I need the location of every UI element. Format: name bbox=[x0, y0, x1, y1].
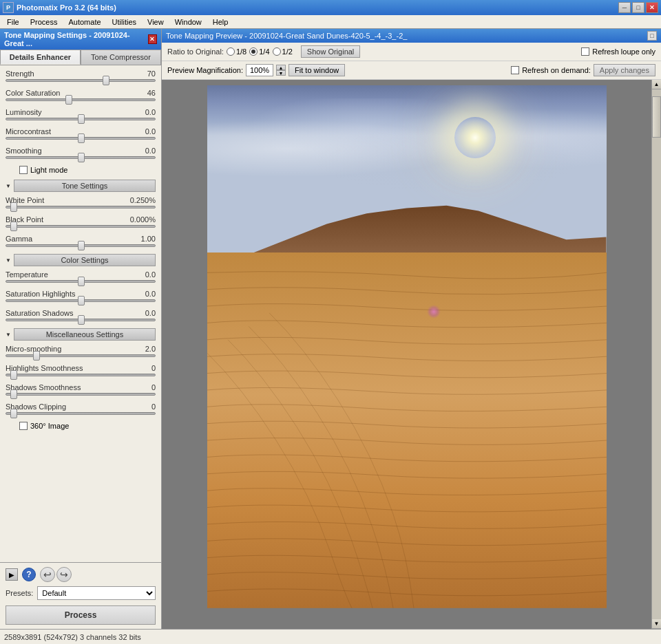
panel-close-button[interactable]: ✕ bbox=[148, 34, 157, 44]
ratio-1-2-label: 1/2 bbox=[282, 47, 293, 56]
white-point-thumb[interactable] bbox=[10, 202, 17, 212]
black-point-track[interactable] bbox=[6, 225, 156, 228]
menu-window[interactable]: Window bbox=[169, 17, 207, 28]
undo-button[interactable]: ↩ bbox=[40, 567, 55, 582]
highlights-smoothness-track[interactable] bbox=[6, 374, 156, 376]
scrollbar-down-button[interactable]: ▼ bbox=[652, 619, 661, 629]
presets-select[interactable]: Default bbox=[37, 586, 156, 600]
fit-window-button[interactable]: Fit to window bbox=[288, 64, 345, 76]
ratio-1-8-radio[interactable] bbox=[227, 47, 235, 56]
refresh-loupe-checkbox[interactable] bbox=[581, 47, 589, 56]
tone-settings-button[interactable]: Tone Settings bbox=[14, 180, 156, 192]
preview-close-button[interactable]: □ bbox=[647, 31, 657, 41]
gamma-thumb[interactable] bbox=[78, 241, 85, 250]
strength-thumb[interactable] bbox=[103, 76, 109, 85]
ratio-1-4-radio[interactable] bbox=[249, 47, 258, 56]
color-saturation-thumb[interactable] bbox=[65, 95, 72, 105]
ratio-1-8-option[interactable]: 1/8 bbox=[227, 47, 246, 56]
microcontrast-label: Microcontrast bbox=[6, 127, 51, 136]
360-image-checkbox[interactable] bbox=[19, 422, 28, 430]
color-settings-triangle[interactable]: ▼ bbox=[6, 257, 11, 264]
microcontrast-track[interactable] bbox=[6, 137, 156, 140]
microcontrast-thumb[interactable] bbox=[78, 133, 85, 143]
color-saturation-track[interactable] bbox=[6, 98, 156, 101]
scrollbar-track[interactable] bbox=[652, 89, 661, 619]
smoothing-value: 0.0 bbox=[145, 147, 156, 155]
tab-details-enhancer[interactable]: Details Enhancer bbox=[0, 50, 81, 65]
color-settings-button[interactable]: Color Settings bbox=[14, 254, 156, 266]
magnification-down-button[interactable]: ▼ bbox=[276, 70, 286, 76]
menu-bar: File Process Automate Utilities View Win… bbox=[0, 15, 661, 29]
status-bar: 2589x3891 (524x792) 3 channels 32 bits bbox=[0, 629, 661, 644]
black-point-value: 0.000% bbox=[130, 215, 156, 224]
smoothing-track[interactable] bbox=[6, 156, 156, 159]
tab-tone-compressor[interactable]: Tone Compressor bbox=[81, 50, 161, 65]
process-button[interactable]: Process bbox=[6, 605, 156, 625]
color-saturation-label: Color Saturation bbox=[6, 89, 61, 97]
shadows-smoothness-track[interactable] bbox=[6, 393, 156, 396]
ratio-1-2-option[interactable]: 1/2 bbox=[273, 47, 293, 56]
maximize-button[interactable]: □ bbox=[632, 2, 644, 13]
gamma-track[interactable] bbox=[6, 244, 156, 247]
preview-image-container[interactable] bbox=[162, 80, 651, 629]
saturation-shadows-thumb[interactable] bbox=[78, 315, 85, 325]
strength-track[interactable] bbox=[6, 79, 156, 82]
presets-label: Presets: bbox=[6, 589, 33, 597]
highlights-smoothness-thumb[interactable] bbox=[10, 370, 17, 380]
menu-utilities[interactable]: Utilities bbox=[107, 17, 142, 28]
temperature-thumb[interactable] bbox=[78, 277, 85, 286]
refresh-loupe-row: Refresh loupe only bbox=[581, 47, 655, 56]
close-button[interactable]: ✕ bbox=[646, 2, 658, 13]
ratio-1-2-radio[interactable] bbox=[273, 47, 281, 56]
title-bar-controls[interactable]: ─ □ ✕ bbox=[618, 2, 658, 13]
temperature-track[interactable] bbox=[6, 280, 156, 283]
black-point-thumb[interactable] bbox=[10, 222, 17, 231]
preview-scrollbar: ▲ ▼ bbox=[651, 80, 661, 629]
shadows-smoothness-thumb[interactable] bbox=[10, 389, 17, 399]
luminosity-track[interactable] bbox=[6, 118, 156, 120]
micro-smoothing-track[interactable] bbox=[6, 354, 156, 357]
ratio-1-4-option[interactable]: 1/4 bbox=[249, 47, 269, 56]
strength-label: Strength bbox=[6, 69, 34, 78]
scrollbar-thumb[interactable] bbox=[652, 96, 661, 138]
menu-help[interactable]: Help bbox=[207, 17, 234, 28]
tone-settings-triangle[interactable]: ▼ bbox=[6, 183, 11, 189]
saturation-highlights-value: 0.0 bbox=[145, 290, 156, 298]
help-button[interactable]: ? bbox=[22, 568, 36, 581]
app-title: Photomatix Pro 3.2 (64 bits) bbox=[17, 3, 116, 12]
scrollbar-up-button[interactable]: ▲ bbox=[652, 80, 661, 89]
saturation-shadows-track[interactable] bbox=[6, 319, 156, 321]
saturation-highlights-track[interactable] bbox=[6, 299, 156, 302]
luminosity-thumb[interactable] bbox=[78, 114, 85, 124]
apply-changes-button[interactable]: Apply changes bbox=[594, 64, 655, 76]
show-original-button[interactable]: Show Original bbox=[301, 45, 360, 58]
magnification-label: Preview Magnification: bbox=[167, 66, 243, 74]
menu-automate[interactable]: Automate bbox=[63, 17, 106, 28]
misc-settings-button[interactable]: Miscellaneous Settings bbox=[14, 328, 156, 341]
micro-smoothing-slider-row: Micro-smoothing 2.0 bbox=[6, 345, 156, 357]
white-point-track[interactable] bbox=[6, 206, 156, 208]
ratio-label: Ratio to Original: bbox=[167, 47, 224, 56]
light-mode-checkbox[interactable] bbox=[19, 166, 28, 174]
refresh-demand-checkbox[interactable] bbox=[511, 66, 519, 74]
menu-process[interactable]: Process bbox=[25, 17, 63, 28]
menu-view[interactable]: View bbox=[142, 17, 169, 28]
tabs: Details Enhancer Tone Compressor bbox=[0, 50, 161, 65]
preview-image bbox=[207, 85, 607, 608]
expand-button[interactable]: ▶ bbox=[6, 568, 18, 581]
minimize-button[interactable]: ─ bbox=[618, 2, 631, 13]
redo-button[interactable]: ↪ bbox=[56, 567, 72, 582]
magnification-input[interactable] bbox=[246, 64, 273, 76]
luminosity-value: 0.0 bbox=[145, 108, 156, 116]
shadows-clipping-track[interactable] bbox=[6, 412, 156, 415]
misc-settings-triangle[interactable]: ▼ bbox=[6, 332, 11, 338]
smoothing-thumb[interactable] bbox=[78, 153, 85, 162]
menu-file[interactable]: File bbox=[1, 17, 25, 28]
micro-smoothing-thumb[interactable] bbox=[33, 351, 40, 361]
saturation-highlights-thumb[interactable] bbox=[78, 296, 85, 305]
shadows-clipping-thumb[interactable] bbox=[10, 409, 17, 418]
preview-toolbar-row2: Preview Magnification: ▲ ▼ Fit to window… bbox=[162, 61, 661, 80]
magnification-up-button[interactable]: ▲ bbox=[276, 65, 286, 70]
preview-area: ▲ ▼ bbox=[162, 80, 661, 629]
saturation-highlights-label: Saturation Highlights bbox=[6, 290, 76, 298]
